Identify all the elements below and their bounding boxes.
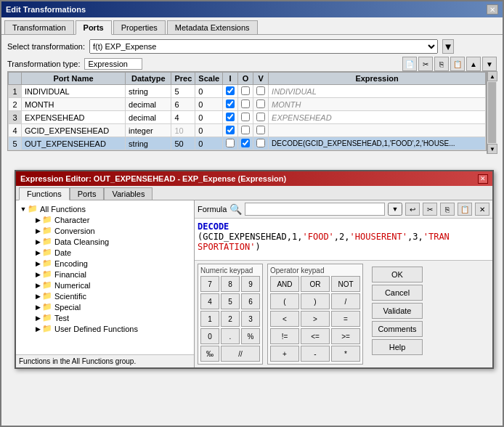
formula-copy-btn[interactable]: ⎘ (440, 203, 455, 216)
checkbox-o-2[interactable] (241, 99, 250, 108)
checkbox-v-2[interactable] (256, 99, 265, 108)
close-button[interactable]: ✕ (487, 4, 498, 15)
checkbox-v-3[interactable] (256, 113, 265, 121)
formula-code-area[interactable]: DECODE (GCID_EXPENSEHEAD,1,'FOOD',2,'HOU… (195, 219, 492, 261)
comments-button[interactable]: Comments (372, 321, 423, 337)
cancel-button[interactable]: Cancel (372, 285, 423, 301)
checkbox-i-3[interactable] (226, 113, 235, 121)
op-div[interactable]: / (331, 293, 360, 309)
num-0[interactable]: 0 (200, 328, 219, 344)
row-i-5[interactable] (223, 137, 238, 150)
help-button[interactable]: Help (372, 339, 423, 355)
op-mul[interactable]: * (331, 346, 360, 362)
toolbar-down-btn[interactable]: ▼ (482, 57, 497, 71)
table-row[interactable]: 3 EXPENSEHEAD decimal 4 0 EXPENSEHEAD (9, 111, 486, 124)
tree-item-character[interactable]: ▶ 📁 Character (19, 214, 191, 225)
row-v-2[interactable] (253, 98, 269, 111)
op-lt[interactable]: < (270, 311, 299, 327)
tree-item-test[interactable]: ▶ 📁 Test (19, 312, 191, 323)
tab-properties[interactable]: Properties (113, 20, 166, 34)
toolbar-up-btn[interactable]: ▲ (466, 57, 481, 71)
op-plus[interactable]: + (270, 346, 299, 362)
transformation-dropdown-btn[interactable]: ▼ (442, 39, 454, 54)
tree-item-scientific[interactable]: ▶ 📁 Scientific (19, 290, 191, 301)
row-o-1[interactable] (238, 85, 253, 98)
row-o-3[interactable] (238, 111, 253, 124)
op-gt[interactable]: > (301, 311, 330, 327)
formula-paste-btn[interactable]: 📋 (458, 203, 472, 216)
table-row-selected[interactable]: 5 OUT_EXPENSEHEAD string 50 0 DECODE(GCI… (9, 137, 486, 150)
num-9[interactable]: 9 (241, 276, 260, 292)
op-gte[interactable]: >= (331, 328, 360, 344)
checkbox-o-3[interactable] (241, 113, 250, 121)
row-v-4[interactable] (253, 124, 269, 137)
tree-item-all-functions[interactable]: ▼ 📁 All Functions (19, 203, 191, 214)
checkbox-v-5[interactable] (256, 139, 265, 147)
checkbox-o-5[interactable] (241, 139, 250, 147)
formula-cut-btn[interactable]: ✂ (423, 203, 437, 216)
toolbar-copy-btn[interactable]: ⎘ (434, 57, 449, 71)
checkbox-o-1[interactable] (241, 86, 250, 95)
op-minus[interactable]: - (301, 346, 330, 362)
tree-item-date[interactable]: ▶ 📁 Date (19, 247, 191, 258)
tree-item-numerical[interactable]: ▶ 📁 Numerical (19, 280, 191, 290)
checkbox-i-1[interactable] (226, 86, 235, 95)
checkbox-i-5[interactable] (226, 139, 235, 147)
num-2[interactable]: 2 (221, 311, 240, 327)
table-row[interactable]: 4 GCID_EXPENSEHEAD integer 10 0 (9, 124, 486, 137)
num-3[interactable]: 3 (241, 311, 260, 327)
op-neq[interactable]: != (270, 328, 299, 344)
num-pct[interactable]: % (241, 328, 260, 344)
table-row[interactable]: 2 MONTH decimal 6 0 MONTH (9, 98, 486, 111)
row-v-3[interactable] (253, 111, 269, 124)
row-i-1[interactable] (223, 85, 238, 98)
num-1[interactable]: 1 (200, 311, 219, 327)
formula-search-input[interactable] (245, 203, 385, 216)
scroll-down-btn[interactable]: ▼ (487, 144, 497, 154)
expr-tab-variables[interactable]: Variables (104, 187, 153, 200)
checkbox-o-4[interactable] (241, 126, 250, 134)
transformation-select[interactable]: f(t) EXP_Expense (89, 39, 438, 54)
op-rparen[interactable]: ) (301, 293, 330, 309)
tree-item-data-cleansing[interactable]: ▶ 📁 Data Cleansing (19, 236, 191, 247)
expr-tab-functions[interactable]: Functions (19, 187, 70, 200)
tab-ports[interactable]: Ports (76, 20, 112, 35)
tree-item-user-defined[interactable]: ▶ 📁 User Defined Functions (19, 323, 191, 334)
table-row[interactable]: 1 INDIVIDUAL string 5 0 INDIVIDUAL (9, 85, 486, 98)
row-o-5[interactable] (238, 137, 253, 150)
num-doubleslash[interactable]: // (221, 346, 260, 362)
num-6[interactable]: 6 (241, 293, 260, 309)
checkbox-v-4[interactable] (256, 126, 265, 134)
row-v-1[interactable] (253, 85, 269, 98)
tab-metadata-extensions[interactable]: Metadata Extensions (167, 20, 258, 34)
toolbar-new-btn[interactable]: 📄 (402, 57, 417, 71)
ok-button[interactable]: OK (372, 267, 423, 282)
num-5[interactable]: 5 (221, 293, 240, 309)
checkbox-v-1[interactable] (256, 86, 265, 95)
row-i-2[interactable] (223, 98, 238, 111)
num-perthous[interactable]: ‰ (200, 346, 219, 362)
num-dot[interactable]: . (221, 328, 240, 344)
toolbar-paste-btn[interactable]: 📋 (450, 57, 465, 71)
tree-item-encoding[interactable]: ▶ 📁 Encoding (19, 258, 191, 269)
op-eq[interactable]: = (331, 311, 360, 327)
formula-close-btn[interactable]: ✕ (475, 203, 489, 216)
row-o-2[interactable] (238, 98, 253, 111)
tree-item-financial[interactable]: ▶ 📁 Financial (19, 269, 191, 280)
row-v-5[interactable] (253, 137, 269, 150)
expr-tab-ports[interactable]: Ports (70, 187, 105, 200)
num-4[interactable]: 4 (200, 293, 219, 309)
num-7[interactable]: 7 (200, 276, 219, 292)
op-or[interactable]: OR (301, 276, 330, 292)
checkbox-i-4[interactable] (226, 126, 235, 134)
tree-item-special[interactable]: ▶ 📁 Special (19, 301, 191, 312)
table-scrollbar[interactable]: ▲ ▼ (487, 71, 497, 154)
num-8[interactable]: 8 (221, 276, 240, 292)
checkbox-i-2[interactable] (226, 99, 235, 108)
row-i-4[interactable] (223, 124, 238, 137)
toolbar-cut-btn[interactable]: ✂ (418, 57, 433, 71)
scroll-up-btn[interactable]: ▲ (487, 71, 497, 81)
validate-button[interactable]: Validate (372, 303, 423, 319)
op-and[interactable]: AND (270, 276, 299, 292)
op-not[interactable]: NOT (331, 276, 360, 292)
